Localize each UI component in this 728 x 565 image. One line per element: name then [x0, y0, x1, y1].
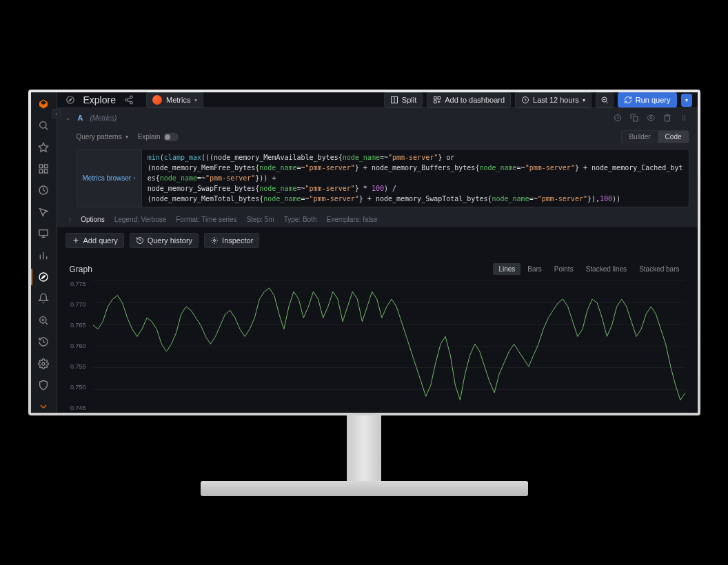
dashboard-icon[interactable] — [35, 185, 52, 196]
presentation-icon[interactable] — [35, 227, 52, 239]
chevron-down-icon[interactable] — [35, 401, 52, 413]
options-label[interactable]: Options — [81, 216, 104, 223]
datasource-picker[interactable]: Metrics ▾ — [146, 92, 203, 107]
share-icon[interactable] — [121, 92, 136, 107]
gear-icon[interactable] — [35, 358, 52, 369]
prometheus-icon — [152, 95, 162, 105]
logo-icon[interactable] — [35, 98, 52, 110]
split-button[interactable]: Split — [384, 92, 423, 107]
graph-mode-lines[interactable]: Lines — [493, 263, 520, 275]
svg-point-12 — [66, 96, 74, 104]
compass-icon — [63, 92, 78, 107]
sidebar-expand-button[interactable]: › — [52, 109, 61, 119]
inspector-button[interactable]: Inspector — [204, 233, 259, 248]
graph-mode-stacked-bars[interactable]: Stacked bars — [634, 263, 685, 275]
options-exemplars: Exemplars: false — [326, 216, 377, 223]
svg-rect-2 — [39, 165, 43, 168]
svg-point-25 — [649, 117, 651, 119]
plot — [93, 280, 685, 411]
y-tick: 0.775 — [63, 280, 90, 287]
zoom-out-button[interactable] — [596, 92, 614, 107]
query-trash-icon[interactable] — [662, 112, 673, 123]
query-section: ⌄ A (Metrics) Query patte — [57, 108, 698, 227]
svg-point-31 — [684, 119, 685, 121]
bars-icon[interactable] — [35, 249, 52, 261]
svg-point-14 — [130, 96, 133, 99]
query-editor-row: Metrics browser › min(clamp_max(((node_m… — [57, 146, 698, 212]
explain-toggle[interactable]: Explain — [138, 133, 179, 141]
builder-tab[interactable]: Builder — [621, 130, 657, 143]
options-step: Step: 5m — [247, 216, 274, 223]
toggle-icon — [163, 133, 179, 141]
svg-rect-24 — [633, 117, 638, 122]
svg-point-11 — [42, 362, 45, 365]
query-header: ⌄ A (Metrics) — [57, 108, 698, 127]
query-mode-tabs: Builder Code — [621, 130, 689, 143]
graph-mode-points[interactable]: Points — [549, 263, 579, 275]
collapse-query-chevron[interactable]: ⌄ — [65, 114, 71, 121]
code-tab[interactable]: Code — [658, 130, 689, 143]
shield-icon[interactable] — [35, 379, 52, 391]
options-type: Type: Both — [284, 216, 317, 223]
query-code-editor[interactable]: min(clamp_max(((node_memory_MemAvailable… — [142, 149, 689, 207]
graph-title: Graph — [70, 265, 92, 274]
svg-rect-18 — [434, 97, 437, 100]
svg-point-32 — [214, 240, 216, 242]
run-query-button[interactable]: Run query — [618, 92, 677, 107]
query-drag-icon[interactable] — [678, 112, 689, 123]
apps-icon[interactable] — [35, 163, 52, 174]
metrics-browser-button[interactable]: Metrics browser › — [77, 149, 142, 207]
svg-marker-1 — [39, 143, 48, 152]
add-to-dashboard-button[interactable]: Add to dashboard — [427, 92, 511, 107]
svg-point-28 — [682, 117, 683, 119]
query-datasource-label: (Metrics) — [90, 114, 117, 122]
search-icon[interactable] — [35, 119, 52, 131]
topbar: Explore Metrics ▾ Split — [57, 92, 698, 108]
svg-rect-3 — [44, 165, 48, 168]
history-icon[interactable] — [35, 336, 52, 347]
svg-point-29 — [684, 117, 685, 119]
graph-panel: Graph LinesBarsPointsStacked linesStacke… — [63, 258, 692, 413]
star-icon[interactable] — [35, 141, 52, 153]
y-tick: 0.755 — [63, 363, 90, 370]
y-tick: 0.750 — [63, 384, 90, 391]
bell-icon[interactable] — [35, 293, 52, 305]
svg-marker-13 — [68, 99, 72, 102]
chart-area: 0.7750.7700.7650.7600.7550.7500.745 — [63, 280, 692, 413]
svg-point-30 — [682, 119, 683, 121]
query-copy-icon[interactable] — [629, 112, 640, 123]
y-tick: 0.760 — [63, 342, 90, 349]
query-patterns-button[interactable]: Query patterns ▾ — [77, 133, 128, 141]
svg-rect-4 — [39, 170, 43, 173]
graph-header: Graph LinesBarsPointsStacked linesStacke… — [63, 258, 692, 280]
svg-point-27 — [684, 115, 685, 116]
svg-rect-19 — [438, 97, 441, 100]
explore-compass-icon[interactable] — [35, 271, 52, 282]
zoom-icon[interactable] — [35, 314, 52, 326]
graph-mode-bars[interactable]: Bars — [522, 263, 547, 275]
options-chevron[interactable]: › — [70, 216, 72, 223]
action-buttons: Add query Query history Inspector — [57, 227, 698, 254]
options-legend: Legend: Verbose — [114, 216, 167, 223]
run-query-dropdown[interactable]: ▾ — [681, 94, 692, 107]
query-options-row: › Options Legend: Verbose Format: Time s… — [57, 212, 698, 227]
cursor-icon[interactable] — [35, 206, 52, 218]
svg-point-8 — [39, 273, 48, 281]
svg-rect-7 — [39, 230, 48, 236]
add-query-button[interactable]: Add query — [65, 233, 124, 248]
page-title: Explore — [83, 94, 116, 105]
query-clock-icon[interactable] — [612, 112, 623, 123]
graph-mode-stacked-lines[interactable]: Stacked lines — [580, 263, 632, 275]
query-eye-icon[interactable] — [645, 112, 656, 123]
chevron-down-icon: ▾ — [194, 97, 197, 103]
svg-point-26 — [682, 115, 683, 116]
sidebar — [31, 92, 57, 413]
datasource-name: Metrics — [166, 96, 190, 104]
query-history-button[interactable]: Query history — [130, 233, 199, 248]
svg-rect-20 — [434, 101, 437, 103]
svg-point-0 — [40, 122, 46, 128]
y-tick: 0.770 — [63, 301, 90, 308]
time-range-picker[interactable]: Last 12 hours ▾ — [515, 92, 592, 107]
options-format: Format: Time series — [176, 216, 236, 223]
y-tick: 0.745 — [63, 404, 90, 411]
